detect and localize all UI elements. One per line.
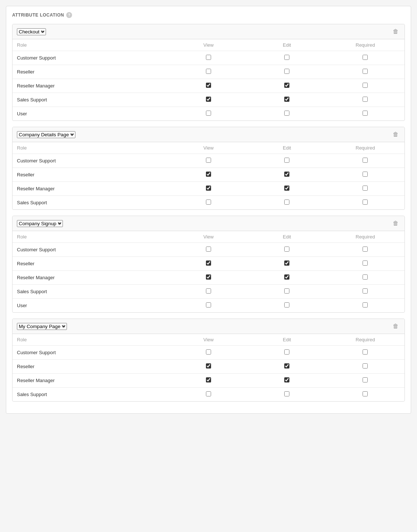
required-checkbox-company-signup-0[interactable] xyxy=(363,247,368,252)
required-checkbox-my-company-page-2[interactable] xyxy=(363,377,368,382)
view-checkbox-company-signup-1[interactable] xyxy=(206,260,211,266)
role-label-company-signup-2: Reseller Manager xyxy=(13,271,169,285)
edit-checkbox-checkout-3[interactable] xyxy=(284,97,289,102)
required-cell-company-signup-0 xyxy=(326,243,404,257)
edit-checkbox-company-signup-0[interactable] xyxy=(284,247,289,252)
required-checkbox-company-signup-3[interactable] xyxy=(363,288,368,294)
required-cell-company-details-page-0 xyxy=(326,154,404,168)
required-checkbox-checkout-2[interactable] xyxy=(363,83,368,88)
required-checkbox-company-details-page-2[interactable] xyxy=(363,186,368,191)
section-title: ATTRIBUTE LOCATION ? xyxy=(12,12,405,18)
view-checkbox-checkout-3[interactable] xyxy=(206,97,211,102)
view-checkbox-checkout-2[interactable] xyxy=(206,83,211,88)
edit-cell-company-details-page-2 xyxy=(248,182,326,196)
view-checkbox-company-details-page-0[interactable] xyxy=(206,158,211,163)
view-checkbox-company-signup-0[interactable] xyxy=(206,247,211,252)
required-checkbox-checkout-0[interactable] xyxy=(363,55,368,60)
location-select-company-details-page[interactable]: Company Details Page xyxy=(17,131,75,138)
required-cell-company-signup-2 xyxy=(326,271,404,285)
required-checkbox-my-company-page-1[interactable] xyxy=(363,363,368,369)
col-header-edit: Edit xyxy=(248,334,326,346)
required-checkbox-company-details-page-3[interactable] xyxy=(363,200,368,205)
edit-checkbox-checkout-2[interactable] xyxy=(284,83,289,88)
edit-cell-company-details-page-1 xyxy=(248,168,326,182)
role-label-checkout-1: Reseller xyxy=(13,65,169,79)
view-cell-my-company-page-3 xyxy=(169,388,247,402)
edit-checkbox-company-signup-2[interactable] xyxy=(284,274,289,280)
required-checkbox-company-details-page-0[interactable] xyxy=(363,158,368,163)
table-row: Reseller xyxy=(13,65,404,79)
view-checkbox-checkout-4[interactable] xyxy=(206,111,211,116)
help-icon[interactable]: ? xyxy=(66,12,72,18)
required-cell-checkout-4 xyxy=(326,107,404,121)
role-label-company-details-page-0: Customer Support xyxy=(13,154,169,168)
edit-checkbox-my-company-page-2[interactable] xyxy=(284,377,289,382)
view-checkbox-company-details-page-3[interactable] xyxy=(206,200,211,205)
table-row: User xyxy=(13,299,404,313)
required-checkbox-company-signup-2[interactable] xyxy=(363,274,368,280)
edit-checkbox-company-details-page-1[interactable] xyxy=(284,172,289,177)
table-row: Sales Support xyxy=(13,388,404,402)
view-cell-company-signup-4 xyxy=(169,299,247,313)
view-cell-company-details-page-0 xyxy=(169,154,247,168)
required-checkbox-company-details-page-1[interactable] xyxy=(363,172,368,177)
location-block-company-signup: Company Signup🗑RoleViewEditRequiredCusto… xyxy=(12,216,405,313)
view-cell-checkout-0 xyxy=(169,51,247,65)
edit-checkbox-my-company-page-1[interactable] xyxy=(284,363,289,369)
required-checkbox-company-signup-1[interactable] xyxy=(363,260,368,266)
required-cell-my-company-page-2 xyxy=(326,374,404,388)
edit-checkbox-company-signup-4[interactable] xyxy=(284,302,289,308)
view-checkbox-company-details-page-2[interactable] xyxy=(206,186,211,191)
location-select-company-signup[interactable]: Company Signup xyxy=(17,220,63,227)
col-header-view: View xyxy=(169,39,247,51)
delete-button-my-company-page[interactable]: 🗑 xyxy=(391,323,400,330)
table-row: Customer Support xyxy=(13,51,404,65)
required-checkbox-checkout-1[interactable] xyxy=(363,69,368,74)
edit-cell-company-signup-4 xyxy=(248,299,326,313)
required-cell-my-company-page-3 xyxy=(326,388,404,402)
view-checkbox-my-company-page-1[interactable] xyxy=(206,363,211,369)
edit-checkbox-company-details-page-0[interactable] xyxy=(284,158,289,163)
view-checkbox-company-signup-3[interactable] xyxy=(206,288,211,294)
required-cell-my-company-page-1 xyxy=(326,360,404,374)
edit-checkbox-checkout-0[interactable] xyxy=(284,55,289,60)
required-checkbox-my-company-page-0[interactable] xyxy=(363,349,368,355)
view-checkbox-checkout-0[interactable] xyxy=(206,55,211,60)
delete-button-company-details-page[interactable]: 🗑 xyxy=(391,131,400,138)
location-select-checkout[interactable]: Checkout xyxy=(17,28,46,35)
delete-button-company-signup[interactable]: 🗑 xyxy=(391,220,400,227)
section-title-text: ATTRIBUTE LOCATION xyxy=(12,12,64,18)
required-cell-company-signup-4 xyxy=(326,299,404,313)
edit-checkbox-checkout-1[interactable] xyxy=(284,69,289,74)
location-select-my-company-page[interactable]: My Company Page xyxy=(17,323,67,330)
view-checkbox-company-signup-4[interactable] xyxy=(206,302,211,308)
required-checkbox-checkout-4[interactable] xyxy=(363,111,368,116)
edit-checkbox-company-signup-1[interactable] xyxy=(284,260,289,266)
role-label-company-details-page-3: Sales Support xyxy=(13,196,169,210)
edit-cell-checkout-3 xyxy=(248,93,326,107)
edit-checkbox-company-signup-3[interactable] xyxy=(284,288,289,294)
role-label-checkout-0: Customer Support xyxy=(13,51,169,65)
required-checkbox-company-signup-4[interactable] xyxy=(363,302,368,308)
col-header-edit: Edit xyxy=(248,39,326,51)
edit-checkbox-company-details-page-3[interactable] xyxy=(284,200,289,205)
required-checkbox-checkout-3[interactable] xyxy=(363,97,368,102)
location-block-my-company-page: My Company Page🗑RoleViewEditRequiredCust… xyxy=(12,319,405,402)
edit-checkbox-company-details-page-2[interactable] xyxy=(284,186,289,191)
view-checkbox-company-signup-2[interactable] xyxy=(206,274,211,280)
required-checkbox-my-company-page-3[interactable] xyxy=(363,391,368,396)
view-checkbox-my-company-page-3[interactable] xyxy=(206,391,211,396)
view-cell-company-signup-3 xyxy=(169,285,247,299)
edit-checkbox-my-company-page-3[interactable] xyxy=(284,391,289,396)
view-checkbox-my-company-page-2[interactable] xyxy=(206,377,211,382)
edit-checkbox-my-company-page-0[interactable] xyxy=(284,349,289,355)
view-checkbox-my-company-page-0[interactable] xyxy=(206,349,211,355)
edit-cell-company-signup-1 xyxy=(248,257,326,271)
view-checkbox-company-details-page-1[interactable] xyxy=(206,172,211,177)
view-checkbox-checkout-1[interactable] xyxy=(206,69,211,74)
delete-button-checkout[interactable]: 🗑 xyxy=(391,28,400,35)
edit-cell-checkout-2 xyxy=(248,79,326,93)
view-cell-checkout-1 xyxy=(169,65,247,79)
location-select-wrapper-my-company-page: My Company Page xyxy=(17,323,67,330)
edit-checkbox-checkout-4[interactable] xyxy=(284,111,289,116)
